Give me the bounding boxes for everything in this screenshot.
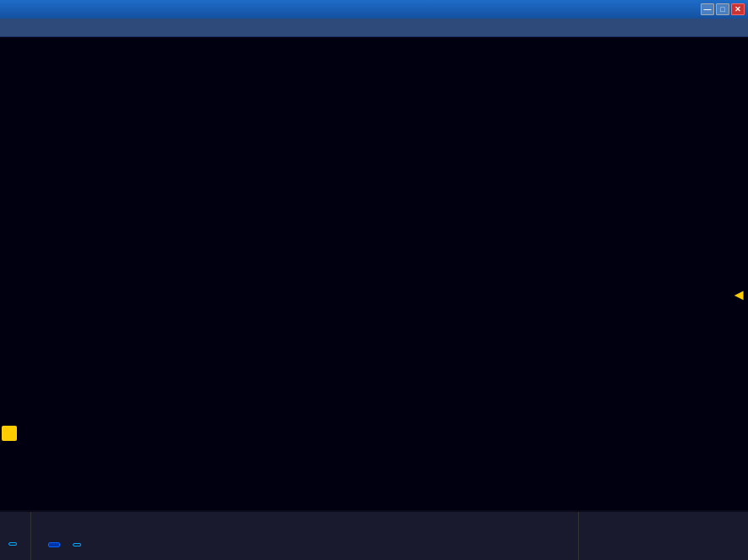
status-channel-info [0,512,31,560]
maximize-button[interactable]: □ [716,3,729,15]
status-timebase-info [579,512,748,560]
menubar [0,19,748,37]
trigger-section-badge [48,542,60,547]
titlebar: — □ ✕ [0,0,748,19]
oscilloscope-display[interactable]: ◄ [0,37,748,510]
ch1-marker [2,426,17,441]
titlebar-controls: — □ ✕ [701,3,745,15]
status-trigger-info [31,512,579,560]
close-button[interactable]: ✕ [731,3,745,15]
minimize-button[interactable]: — [701,3,714,15]
waveform-canvas [0,37,748,510]
ch1-indicator [8,542,17,546]
trigger-arrow-marker: ◄ [731,286,746,304]
statusbar [0,510,748,560]
ch1-group [8,542,22,547]
trigger-ch [73,543,81,546]
